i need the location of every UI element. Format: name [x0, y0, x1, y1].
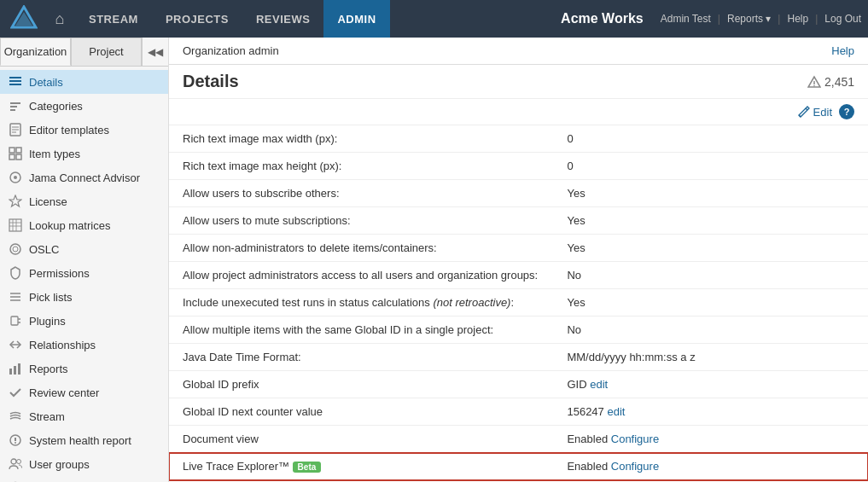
- plugins-icon: [9, 314, 22, 328]
- system-health-report-icon: [9, 433, 22, 447]
- table-row: Rich text image max height (px):0: [169, 153, 868, 180]
- sidebar-item-details-label: Details: [29, 76, 63, 89]
- sidebar-item-stream-label: Stream: [29, 410, 65, 423]
- nav-admin[interactable]: ADMIN: [323, 0, 389, 38]
- sidebar-item-pick-lists[interactable]: Pick lists: [0, 285, 168, 309]
- svg-line-41: [799, 115, 801, 117]
- relationships-icon: [9, 338, 22, 351]
- home-button[interactable]: ⌂: [44, 3, 75, 34]
- svg-point-20: [10, 244, 20, 254]
- content-title-bar: Details 2,451: [169, 65, 868, 99]
- sidebar-item-categories-label: Categories: [29, 100, 83, 113]
- field-action-link[interactable]: Configure: [611, 433, 659, 445]
- help-link[interactable]: Help: [787, 13, 808, 25]
- sidebar-item-reports[interactable]: Reports: [0, 357, 168, 380]
- table-row: Allow multiple items with the same Globa…: [169, 316, 868, 344]
- sidebar-item-oslc[interactable]: OSLC: [0, 237, 168, 261]
- svg-point-21: [13, 247, 18, 252]
- sidebar-item-stream[interactable]: Stream: [0, 404, 168, 428]
- edit-button[interactable]: Edit: [798, 106, 832, 119]
- sidebar-item-permissions-label: Permissions: [29, 267, 90, 280]
- field-value: 0: [553, 153, 868, 180]
- sidebar-item-relationships[interactable]: Relationships: [0, 333, 168, 357]
- nav-stream[interactable]: STREAM: [75, 0, 152, 38]
- sidebar-item-plugins-label: Plugins: [29, 315, 66, 328]
- table-row: Document viewEnabled Configure: [169, 426, 868, 453]
- sidebar-item-reports-label: Reports: [29, 363, 68, 375]
- jama-connect-advisor-icon: [9, 171, 22, 184]
- svg-rect-15: [9, 219, 21, 231]
- sidebar-item-item-types[interactable]: Item types: [0, 142, 168, 166]
- pick-lists-icon: [9, 290, 22, 304]
- sidebar-item-license-label: License: [29, 195, 67, 208]
- field-label: Allow non-administrators to delete items…: [169, 235, 553, 262]
- stats-icon: [807, 75, 821, 89]
- field-value: Yes: [553, 207, 868, 235]
- svg-rect-2: [9, 77, 21, 78]
- svg-rect-12: [16, 154, 21, 160]
- table-row: Global ID next counter value156247 edit: [169, 398, 868, 426]
- user-area: Admin Test | Reports ▾ | Help | Log Out: [661, 13, 861, 25]
- nav-projects[interactable]: PROJECTS: [152, 0, 242, 38]
- sidebar-items-list: Details Categories Editor templates Item…: [0, 67, 168, 482]
- sidebar-item-editor-templates[interactable]: Editor templates: [0, 118, 168, 142]
- field-label: Rich text image max height (px):: [169, 153, 553, 180]
- field-action-link[interactable]: edit: [607, 405, 625, 418]
- field-label: Global ID prefix: [169, 371, 553, 398]
- sidebar-item-lookup-matrices[interactable]: Lookup matrices: [0, 213, 168, 237]
- nav-reviews[interactable]: REVIEWS: [242, 0, 323, 38]
- svg-point-35: [11, 459, 16, 464]
- svg-line-40: [806, 108, 807, 110]
- sidebar-item-review-center[interactable]: Review center: [0, 380, 168, 404]
- sidebar-item-lookup-matrices-label: Lookup matrices: [29, 219, 110, 232]
- table-row: Rich text image max width (px):0: [169, 125, 868, 153]
- sidebar-item-permissions[interactable]: Permissions: [0, 261, 168, 285]
- table-row: Live Trace Explorer™ BetaEnabled Configu…: [169, 453, 868, 480]
- divider3: |: [812, 13, 821, 25]
- field-value: Enabled Configure: [553, 453, 868, 480]
- sidebar-item-plugins[interactable]: Plugins: [0, 309, 168, 333]
- sidebar-tab-project[interactable]: Project: [71, 38, 142, 66]
- field-action-link[interactable]: Configure: [611, 460, 659, 473]
- sidebar-item-system-health-report-label: System health report: [29, 434, 131, 447]
- table-row: Allow users to subscribe others:Yes: [169, 180, 868, 207]
- logout-link[interactable]: Log Out: [824, 13, 861, 25]
- categories-icon: [9, 99, 22, 113]
- breadcrumb: Organization admin: [183, 44, 279, 57]
- field-value: 156247 edit: [553, 398, 868, 426]
- svg-rect-29: [9, 369, 12, 375]
- field-action-link[interactable]: edit: [590, 378, 608, 391]
- field-value: No: [553, 262, 868, 289]
- sidebar-item-oslc-label: OSLC: [29, 243, 59, 256]
- app-logo[interactable]: [7, 3, 41, 34]
- sidebar: Organization Project ◀◀ Details Categori…: [0, 38, 169, 482]
- sidebar-collapse-button[interactable]: ◀◀: [142, 38, 168, 66]
- brand-name: Acme Works: [561, 11, 661, 26]
- sidebar-item-details[interactable]: Details: [0, 70, 168, 94]
- sidebar-item-relationships-label: Relationships: [29, 339, 96, 351]
- sidebar-tab-organization[interactable]: Organization: [0, 38, 71, 66]
- sidebar-item-license[interactable]: License: [0, 189, 168, 213]
- sidebar-item-jama-connect-advisor[interactable]: Jama Connect Advisor: [0, 166, 168, 189]
- nav-items: STREAM PROJECTS REVIEWS ADMIN: [75, 0, 390, 38]
- svg-point-34: [15, 442, 16, 444]
- user-name-link[interactable]: Admin Test: [661, 13, 711, 25]
- reports-icon: [9, 362, 22, 375]
- sidebar-item-system-health-report[interactable]: System health report: [0, 428, 168, 452]
- svg-rect-31: [18, 363, 20, 375]
- reports-link[interactable]: Reports ▾: [727, 13, 771, 25]
- stream-icon: [9, 409, 22, 423]
- field-value: 0: [553, 125, 868, 153]
- field-value: Yes: [553, 235, 868, 262]
- sidebar-item-editor-templates-label: Editor templates: [29, 124, 109, 136]
- help-icon-button[interactable]: ?: [839, 104, 854, 119]
- field-label: Allow users to subscribe others:: [169, 180, 553, 207]
- details-table-scroll: Rich text image max width (px):0Rich tex…: [169, 125, 868, 482]
- sidebar-item-users[interactable]: Users: [0, 476, 168, 482]
- help-link[interactable]: Help: [831, 44, 854, 57]
- editor-templates-icon: [9, 123, 22, 136]
- table-row: Allow non-administrators to delete items…: [169, 235, 868, 262]
- sidebar-item-user-groups[interactable]: User groups: [0, 452, 168, 476]
- sidebar-item-categories[interactable]: Categories: [0, 94, 168, 118]
- license-icon: [9, 195, 22, 208]
